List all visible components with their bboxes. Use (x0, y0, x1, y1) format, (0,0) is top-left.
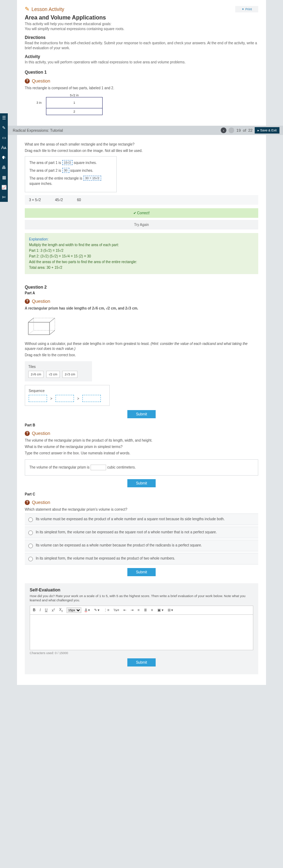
question-label: Question (32, 431, 50, 436)
page-of: of (243, 128, 246, 132)
radio-3[interactable] (28, 544, 33, 548)
self-eval-heading: Self-Evaluation (30, 588, 253, 592)
tile-bank: 3 + 5√2 45√2 60 (25, 195, 258, 205)
page-total: 22 (248, 128, 253, 132)
tile-b[interactable]: 45√2 (55, 198, 63, 202)
editor-textarea[interactable] (30, 615, 253, 650)
question-2-heading: Question 2 (25, 285, 258, 290)
question-mark-icon: ? (25, 500, 30, 505)
text-icon[interactable]: Aᴀ (1, 145, 6, 150)
fontsize-select[interactable]: 15px (67, 607, 81, 613)
try-again-button[interactable]: Try Again (25, 220, 258, 229)
activity-title: Area and Volume Applications (25, 15, 258, 21)
tile-3[interactable]: 2√3 cm (62, 371, 77, 378)
q2c-prompt: Which statement about the rectangular pr… (25, 507, 258, 512)
diagram-side-dim: 3 in (36, 101, 42, 104)
radio-2[interactable] (28, 531, 33, 535)
tools-icon[interactable]: ✄ (2, 195, 6, 200)
q2b-line-1: The volume of the rectangular prism is t… (25, 438, 258, 443)
subscript-button[interactable]: X2 (58, 608, 64, 612)
calc-icon[interactable]: ▦ (2, 175, 6, 180)
self-evaluation-section: Self-Evaluation How did you do? Rate you… (25, 583, 258, 674)
tiles-zone: Tiles 2√6 cm √2 cm 2√3 cm (25, 361, 92, 381)
superscript-button[interactable]: x2 (51, 608, 56, 612)
tile-1[interactable]: 2√6 cm (28, 371, 44, 378)
answer-chip-1[interactable]: 15√2 (62, 160, 73, 165)
explanation-box: Explanation: Multiply the length and wid… (25, 233, 258, 274)
directions-heading: Directions (25, 35, 258, 40)
activity-heading: Activity (25, 54, 258, 59)
part-b-label: Part B (25, 423, 258, 427)
q1-intro: This rectangle is composed of two parts,… (25, 86, 258, 91)
volume-input-box: The volume of the rectangular prism is c… (25, 459, 258, 476)
mc-option-1[interactable]: Its volume must be expressed as the prod… (25, 514, 258, 525)
diagram-part-1: 1 (73, 101, 75, 104)
submit-button-b[interactable]: Submit (127, 479, 155, 487)
svg-line-4 (50, 330, 55, 335)
drop-slot-3[interactable] (82, 395, 101, 402)
tile-c[interactable]: 60 (77, 198, 81, 202)
prev-page-button[interactable]: ‹ (221, 127, 226, 133)
sequence-zone: Sequence > > (25, 385, 110, 406)
drop-slot-2[interactable] (56, 395, 74, 402)
directions-body: Read the instructions for this self-chec… (25, 41, 258, 51)
pencil-icon: ✎ (25, 6, 29, 12)
q2b-line-2: What is the volume of the rectangular pr… (25, 444, 258, 449)
align-center-button[interactable]: ≣ (143, 608, 148, 612)
side-navigation: ☰ ✎ ▭ Aᴀ 🗣 🖷 ▦ 📈 ✄ (0, 113, 8, 202)
italic-button[interactable]: I (39, 608, 41, 612)
answer-chip-2[interactable]: 30 (62, 168, 69, 173)
question-1-heading: Question 1 (25, 70, 258, 75)
toc-icon[interactable]: ☰ (2, 115, 6, 120)
drop-slot-1[interactable] (29, 395, 47, 402)
bold-button[interactable]: B (32, 608, 36, 612)
submit-button-c[interactable]: Submit (127, 568, 155, 576)
print-button[interactable]: ✦ Print (235, 6, 258, 12)
mc-option-3[interactable]: Its volume can be expressed as a whole n… (25, 540, 258, 551)
mc-option-2[interactable]: In its simplest form, the volume can be … (25, 527, 258, 538)
char-count: Characters used: 0 / 15000 (30, 651, 253, 655)
diagram-part-2: 2 (73, 110, 75, 113)
svg-marker-1 (34, 318, 55, 330)
submit-button-selfeval[interactable]: Submit (127, 658, 155, 666)
bullet-list-button[interactable]: ⋮≡ (103, 608, 110, 612)
graph-icon[interactable]: 📈 (1, 185, 7, 190)
print-icon[interactable]: 🖷 (2, 165, 6, 170)
insert-image-button[interactable]: ▣ ▾ (157, 608, 164, 612)
edit-icon[interactable]: ✎ (2, 125, 6, 130)
q1-prompt-1: What are the areas of each smaller recta… (25, 142, 258, 147)
next-page-button[interactable] (229, 127, 234, 133)
question-label: Question (32, 299, 50, 304)
radio-4[interactable] (28, 557, 33, 561)
save-exit-button[interactable]: ▸ Save & Exit (255, 127, 279, 134)
fontcolor-button[interactable]: A ▾ (84, 608, 91, 612)
part-a-label: Part A (25, 291, 258, 295)
tutorial-title: Radical Expressions: Tutorial (13, 128, 63, 132)
goals-text: This activity will help you meet these e… (25, 22, 258, 32)
align-left-button[interactable]: ≡ (137, 608, 140, 612)
align-right-button[interactable]: ≡ (150, 608, 154, 612)
insert-table-button[interactable]: ⊞ ▾ (167, 608, 174, 612)
volume-input[interactable] (91, 465, 106, 470)
indent-button[interactable]: ⇥ (130, 608, 134, 612)
audio-icon[interactable]: 🗣 (2, 155, 6, 160)
highlight-button[interactable]: ✎ ▾ (93, 608, 100, 612)
activity-body: In this activity, you will perform opera… (25, 60, 258, 65)
tile-2[interactable]: √2 cm (46, 371, 60, 378)
number-list-button[interactable]: ⅓≡ (113, 608, 120, 612)
answer-chip-3[interactable]: 30 + 15√2 (83, 176, 101, 181)
question-mark-icon: ? (25, 79, 30, 84)
prism-diagram (25, 315, 60, 336)
submit-button-a[interactable]: Submit (127, 410, 155, 418)
radio-1[interactable] (28, 517, 33, 522)
folder-icon[interactable]: ▭ (2, 135, 6, 140)
mc-option-4[interactable]: In its simplest form, the volume must be… (25, 553, 258, 565)
q2a-body-2: Drag each tile to the correct box. (25, 353, 258, 358)
underline-button[interactable]: U (44, 608, 48, 612)
question-label: Question (32, 78, 50, 84)
outdent-button[interactable]: ⇤ (123, 608, 127, 612)
self-eval-instructions: How did you do? Rate your work on a scal… (30, 594, 253, 603)
part-c-label: Part C (25, 492, 258, 496)
page-current: 19 (236, 128, 241, 132)
tile-a[interactable]: 3 + 5√2 (29, 198, 41, 202)
